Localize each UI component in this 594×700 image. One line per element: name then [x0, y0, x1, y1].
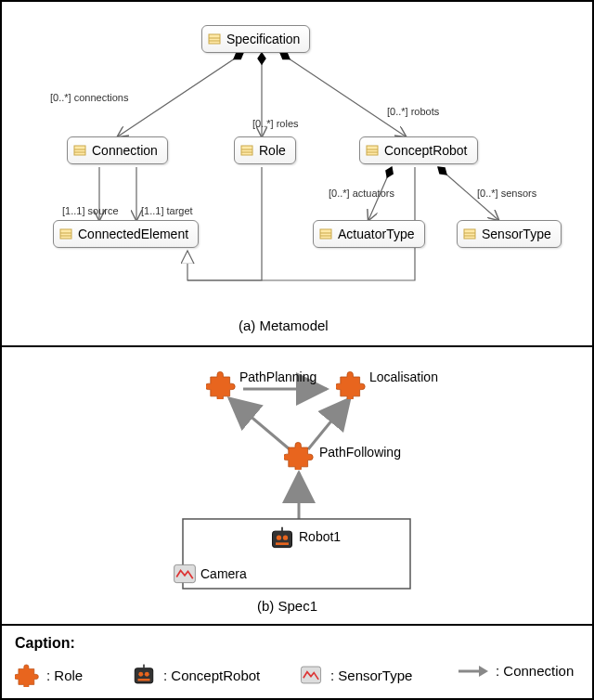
panel-a-caption: (a) Metamodel	[239, 318, 329, 333]
svg-rect-42	[138, 679, 150, 681]
class-specification-name: Specification	[226, 32, 300, 46]
role-localisation-label: Localisation	[369, 369, 438, 384]
svg-line-30	[308, 398, 350, 449]
class-icon	[73, 144, 86, 157]
legend-conceptrobot-text: : ConceptRobot	[163, 668, 260, 683]
role-pathfollowing-label: PathFollowing	[319, 445, 401, 460]
legend-role: : Role	[15, 663, 83, 687]
svg-rect-38	[174, 564, 196, 582]
panel-spec1: PathPlanning Localisation PathFollowing …	[2, 345, 592, 626]
edge-label-source: [1..1] source	[62, 205, 119, 216]
edge-label-target: [1..1] target	[141, 205, 193, 216]
class-icon	[59, 227, 72, 240]
class-sensortype: SensorType	[457, 220, 562, 248]
edge-label-connections: [0..*] connections	[50, 92, 128, 103]
class-specification: Specification	[201, 25, 310, 53]
edge-label-roles: [0..*] roles	[252, 118, 299, 129]
svg-rect-36	[276, 542, 289, 545]
class-conceptrobot-name: ConceptRobot	[384, 143, 468, 158]
camera-icon	[172, 561, 198, 590]
svg-rect-43	[143, 665, 145, 668]
role-pathfollowing-icon	[284, 440, 314, 470]
puzzle-icon	[15, 663, 39, 687]
legend-title: Caption:	[15, 635, 75, 652]
svg-line-0	[118, 53, 243, 136]
svg-line-29	[229, 398, 290, 449]
legend-sensortype-text: : SensorType	[330, 668, 412, 683]
svg-point-41	[145, 672, 149, 677]
svg-line-2	[280, 53, 406, 136]
svg-rect-10	[74, 146, 85, 155]
sensor-icon	[299, 663, 323, 687]
svg-rect-13	[241, 146, 252, 155]
class-icon	[208, 32, 221, 45]
legend-sensortype: : SensorType	[299, 663, 412, 687]
role-pathplanning-label: PathPlanning	[239, 369, 316, 384]
robot1-icon	[269, 525, 295, 554]
svg-rect-25	[464, 229, 475, 239]
class-role: Role	[234, 136, 296, 164]
class-icon	[319, 227, 332, 240]
legend-connection: : Connection	[457, 663, 574, 679]
svg-rect-22	[320, 229, 331, 239]
role-pathplanning-icon	[206, 369, 236, 399]
class-conceptrobot: ConceptRobot	[359, 136, 478, 164]
edge-label-actuators: [0..*] actuators	[329, 188, 394, 199]
camera-label: Camera	[200, 566, 247, 581]
svg-rect-37	[281, 527, 283, 531]
class-actuatortype-name: ActuatorType	[338, 227, 415, 241]
class-role-name: Role	[259, 143, 286, 158]
svg-point-35	[283, 536, 288, 540]
edge-label-sensors: [0..*] sensors	[477, 188, 536, 199]
class-connection: Connection	[67, 136, 168, 164]
legend-role-text: : Role	[46, 668, 83, 683]
svg-rect-44	[301, 667, 320, 683]
legend-connection-text: : Connection	[496, 663, 574, 679]
class-icon	[366, 144, 379, 157]
role-localisation-icon	[336, 369, 366, 399]
svg-point-40	[138, 672, 143, 677]
panel-legend: Caption: : Role : ConceptRobot : SensorT…	[2, 624, 592, 698]
svg-rect-7	[209, 34, 220, 44]
class-connection-name: Connection	[92, 143, 158, 158]
class-icon	[240, 144, 253, 157]
panel-metamodel: Specification Connection Role ConceptRob…	[2, 2, 592, 345]
metamodel-edges	[2, 2, 594, 345]
spec1-edges	[2, 347, 594, 626]
legend-conceptrobot: : ConceptRobot	[132, 663, 260, 687]
robot-icon	[132, 663, 156, 687]
class-actuatortype: ActuatorType	[313, 220, 425, 248]
robot1-label: Robot1	[299, 529, 341, 544]
edge-label-robots: [0..*] robots	[387, 106, 439, 117]
class-connectedelement: ConnectedElement	[53, 220, 199, 248]
panel-b-caption: (b) Spec1	[257, 598, 317, 614]
class-icon	[463, 227, 476, 240]
arrow-icon	[457, 664, 488, 679]
class-sensortype-name: SensorType	[482, 227, 551, 241]
svg-rect-16	[367, 146, 378, 155]
class-connectedelement-name: ConnectedElement	[78, 227, 188, 241]
svg-rect-19	[60, 229, 71, 239]
svg-point-34	[277, 536, 281, 540]
